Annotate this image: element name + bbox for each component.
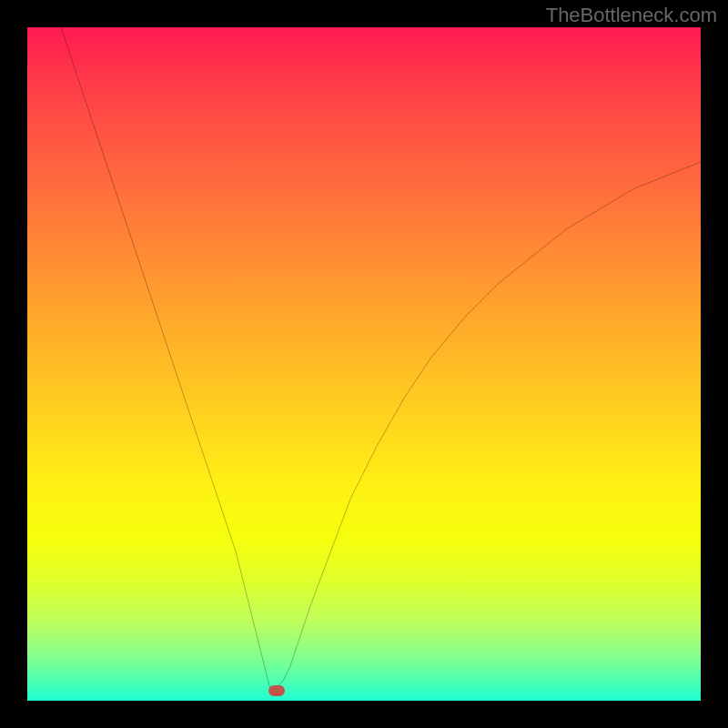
chart-curve bbox=[27, 27, 701, 701]
optimal-point-marker bbox=[268, 685, 285, 696]
watermark-text: TheBottleneck.com bbox=[546, 4, 717, 27]
bottleneck-curve-path bbox=[61, 27, 701, 687]
